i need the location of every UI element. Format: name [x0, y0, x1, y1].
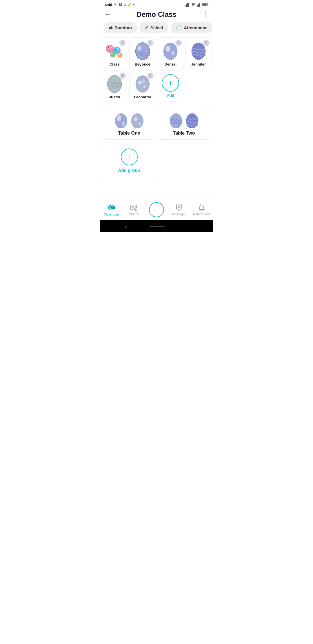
status-icons [185, 3, 208, 7]
svg-point-42 [135, 75, 150, 93]
table-two-egg2 [185, 111, 200, 128]
svg-rect-8 [199, 3, 200, 7]
svg-rect-4 [188, 3, 189, 7]
svg-point-29 [119, 54, 119, 55]
svg-point-61 [112, 207, 112, 207]
gmail-icon: M [119, 3, 122, 7]
badge-class: 0 [119, 40, 126, 46]
svg-point-59 [111, 205, 115, 209]
random-button[interactable]: ⇄ Random [103, 22, 137, 33]
add-group-circle: + [121, 149, 138, 165]
svg-point-12 [106, 45, 114, 53]
back-system-icon[interactable]: ‹ [125, 223, 127, 230]
classroom-label: Classroom [104, 213, 119, 216]
g-icon: G [114, 3, 118, 7]
student-grid: 0 [100, 37, 213, 102]
svg-point-34 [138, 46, 141, 50]
table-two-eggs [168, 111, 200, 128]
svg-point-45 [142, 79, 145, 83]
stories-label: Stories [129, 212, 139, 216]
svg-point-27 [117, 52, 123, 58]
nav-messages[interactable]: Messages [168, 204, 190, 216]
svg-point-48 [121, 122, 125, 126]
nav-classroom[interactable]: Classroom [100, 204, 123, 216]
student-card-denzel[interactable]: 0 Denzel [157, 37, 184, 69]
table-one-egg2 [130, 111, 145, 128]
svg-point-24 [112, 53, 112, 54]
svg-point-22 [110, 52, 116, 57]
add-student-icon: + [168, 79, 173, 87]
svg-point-49 [131, 113, 143, 128]
svg-point-5 [193, 6, 194, 6]
svg-point-14 [108, 47, 109, 48]
signal-bars-icon [197, 3, 201, 7]
svg-point-35 [163, 43, 178, 60]
classroom-icon [107, 204, 115, 212]
badge-beyonce: 0 [147, 40, 154, 46]
content-spacer [100, 182, 213, 200]
svg-point-63 [114, 207, 114, 207]
svg-rect-3 [187, 3, 188, 7]
svg-point-19 [115, 49, 116, 50]
add-group-icon: + [127, 152, 131, 162]
add-group-card[interactable]: + Add group [103, 142, 155, 179]
table-one-label: Table One [118, 131, 140, 136]
svg-point-53 [186, 113, 198, 128]
svg-point-47 [117, 115, 121, 121]
more-options-button[interactable]: ⋮ [198, 11, 208, 18]
stories-icon [130, 204, 138, 211]
messages-icon [175, 204, 183, 211]
key-icon: 🔑 [128, 3, 132, 7]
select-icon: ✓ [145, 25, 148, 30]
group-card-table-one[interactable]: Table One [103, 107, 155, 140]
home-pill[interactable] [150, 226, 165, 227]
svg-point-46 [115, 113, 127, 128]
select-button[interactable]: ✓ Select [139, 22, 168, 33]
signal-icon [185, 3, 190, 7]
dot-icon: • [133, 2, 134, 7]
nav-stories[interactable]: Stories [123, 204, 145, 216]
notifications-icon [198, 204, 205, 211]
svg-point-51 [138, 122, 141, 125]
svg-point-44 [143, 85, 146, 88]
group-row: Table One Table Two [103, 107, 210, 140]
svg-rect-7 [198, 4, 199, 7]
student-name-beyonce: Beyoncé [135, 62, 150, 66]
badge-justin: 0 [119, 73, 126, 79]
badge-jennifer: 0 [203, 40, 210, 46]
svg-point-36 [166, 46, 170, 52]
badge-leonardo: 0 [147, 73, 154, 79]
svg-point-56 [109, 207, 110, 207]
record-icon: ⊙ [123, 3, 126, 7]
svg-point-31 [120, 54, 121, 55]
nav-notifications[interactable]: Notifications [190, 204, 213, 216]
table-one-eggs [114, 111, 145, 128]
student-name-jennifer: Jennifer [191, 62, 206, 66]
svg-rect-6 [197, 5, 198, 7]
student-card-leonardo[interactable]: 0 Leonardo [129, 70, 156, 102]
student-card-beyonce[interactable]: 0 Beyoncé [129, 37, 156, 69]
svg-rect-2 [186, 4, 187, 7]
svg-rect-10 [202, 4, 207, 6]
student-name-class: Class [110, 62, 120, 66]
group-card-table-two[interactable]: Table Two [158, 107, 210, 140]
svg-point-26 [113, 53, 114, 54]
table-two-egg1 [168, 111, 183, 128]
svg-point-52 [170, 113, 182, 128]
add-student-card[interactable]: + Add [157, 70, 184, 102]
header: ← Demo Class ⋮ [100, 8, 213, 22]
add-group-label: Add group [118, 168, 140, 173]
student-card-class[interactable]: 0 [101, 37, 128, 69]
svg-point-37 [171, 51, 175, 56]
student-card-jennifer[interactable]: 0 Jennifer [185, 37, 212, 69]
student-name-leonardo: Leonardo [134, 95, 151, 99]
nav-center[interactable] [145, 202, 168, 217]
student-card-justin[interactable]: 0 Justin [101, 70, 128, 102]
back-button[interactable]: ← [105, 11, 115, 18]
status-bar: 4:40 G M ⊙ 🔑 • [100, 0, 213, 8]
attendance-button[interactable]: 🕐 Attendance [171, 22, 213, 33]
messages-label: Messages [172, 212, 186, 216]
random-icon: ⇄ [109, 25, 112, 30]
table-two-label: Table Two [173, 131, 195, 136]
svg-point-21 [118, 49, 119, 50]
